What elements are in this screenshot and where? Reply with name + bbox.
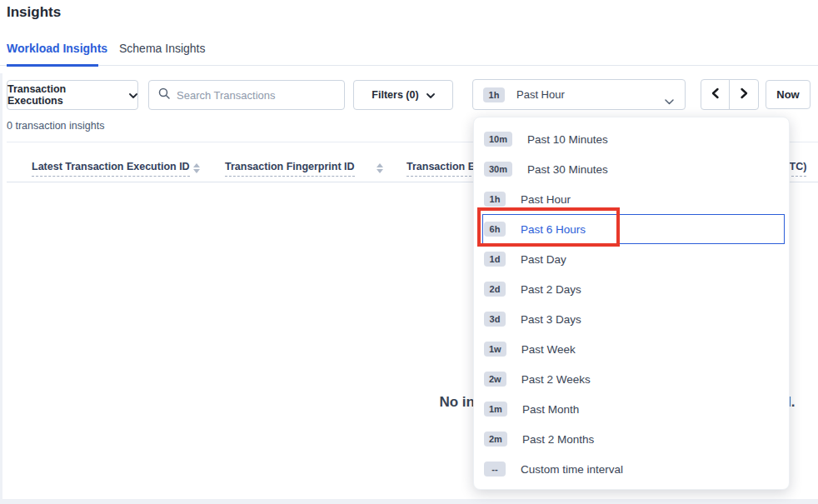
tab-bar: Workload Insights Schema Insights [0, 35, 818, 66]
time-option-badge: 30m [484, 162, 512, 177]
time-option-badge: 2w [484, 372, 506, 387]
time-option-label: Past 2 Weeks [521, 373, 591, 386]
time-option-label: Custom time interval [521, 463, 623, 476]
time-interval-label: Past Hour [516, 88, 565, 101]
time-interval-badge: 1h [483, 87, 505, 102]
time-option-past-2-weeks[interactable]: 2w Past 2 Weeks [474, 364, 789, 394]
time-option-label: Past 2 Months [522, 433, 594, 446]
next-interval-button[interactable] [729, 79, 759, 110]
time-option-badge: -- [484, 462, 506, 477]
time-option-badge: 6h [484, 222, 506, 237]
time-option-custom-time-interval[interactable]: -- Custom time interval [474, 454, 789, 484]
time-option-label: Past Day [521, 253, 566, 266]
time-interval-select[interactable]: 1h Past Hour [472, 79, 686, 110]
now-button[interactable]: Now [766, 80, 811, 109]
time-interval-dropdown: 10m Past 10 Minutes 30m Past 30 Minutes … [473, 117, 790, 490]
time-option-past-2-days[interactable]: 2d Past 2 Days [474, 274, 789, 304]
viewport-bottom-edge [0, 499, 818, 504]
filters-label: Filters (0) [372, 89, 418, 101]
filters-button[interactable]: Filters (0) [353, 80, 453, 110]
time-option-past-week[interactable]: 1w Past Week [474, 334, 789, 364]
sort-icon[interactable] [377, 163, 383, 173]
time-option-past-hour[interactable]: 1h Past Hour [474, 184, 789, 214]
chevron-down-icon [129, 89, 137, 101]
time-option-past-3-days[interactable]: 3d Past 3 Days [474, 304, 789, 334]
time-option-past-day[interactable]: 1d Past Day [474, 244, 789, 274]
column-header-latest-transaction-execution-id[interactable]: Latest Transaction Execution ID [32, 161, 190, 177]
previous-interval-button[interactable] [701, 79, 731, 110]
time-option-label: Past 3 Days [521, 313, 581, 326]
now-label: Now [776, 88, 799, 101]
time-option-label: Past 10 Minutes [527, 133, 608, 146]
time-option-badge: 2d [484, 282, 506, 297]
chevron-down-icon [665, 93, 674, 108]
time-option-badge: 2m [484, 432, 507, 447]
page-title: Insights [7, 4, 61, 21]
insights-count: 0 transaction insights [7, 120, 104, 132]
search-input[interactable] [177, 89, 335, 102]
chevron-left-icon [711, 87, 721, 102]
time-option-past-30-minutes[interactable]: 30m Past 30 Minutes [474, 154, 789, 184]
column-header-transaction-fingerprint-id[interactable]: Transaction Fingerprint ID [225, 161, 355, 177]
search-box[interactable] [148, 80, 345, 110]
tab-workload-insights[interactable]: Workload Insights [7, 42, 107, 55]
time-option-label: Past Hour [521, 193, 571, 206]
workload-type-label: Transaction Executions [7, 83, 122, 107]
chevron-down-icon [426, 89, 435, 101]
workload-type-select[interactable]: Transaction Executions [7, 80, 138, 110]
time-option-past-2-months[interactable]: 2m Past 2 Months [474, 424, 789, 454]
chevron-right-icon [739, 87, 749, 102]
time-option-label: Past 2 Days [521, 283, 581, 296]
time-option-badge: 1m [484, 402, 507, 417]
time-option-badge: 1w [484, 342, 506, 357]
viewport-left-edge [0, 73, 2, 504]
time-option-badge: 1h [484, 192, 506, 207]
time-option-label: Past 30 Minutes [527, 163, 608, 176]
time-option-badge: 1d [484, 252, 506, 267]
time-option-past-month[interactable]: 1m Past Month [474, 394, 789, 424]
time-option-label: Past Month [522, 403, 579, 416]
sort-icon[interactable] [193, 163, 200, 173]
time-option-badge: 3d [484, 312, 506, 327]
time-option-label: Past 6 Hours [521, 223, 586, 236]
tab-schema-insights[interactable]: Schema Insights [119, 42, 206, 55]
time-option-badge: 10m [484, 132, 512, 147]
time-option-past-6-hours[interactable]: 6h Past 6 Hours [474, 214, 789, 244]
time-option-label: Past Week [521, 343, 576, 356]
search-icon [158, 87, 170, 102]
time-option-past-10-minutes[interactable]: 10m Past 10 Minutes [474, 124, 789, 154]
